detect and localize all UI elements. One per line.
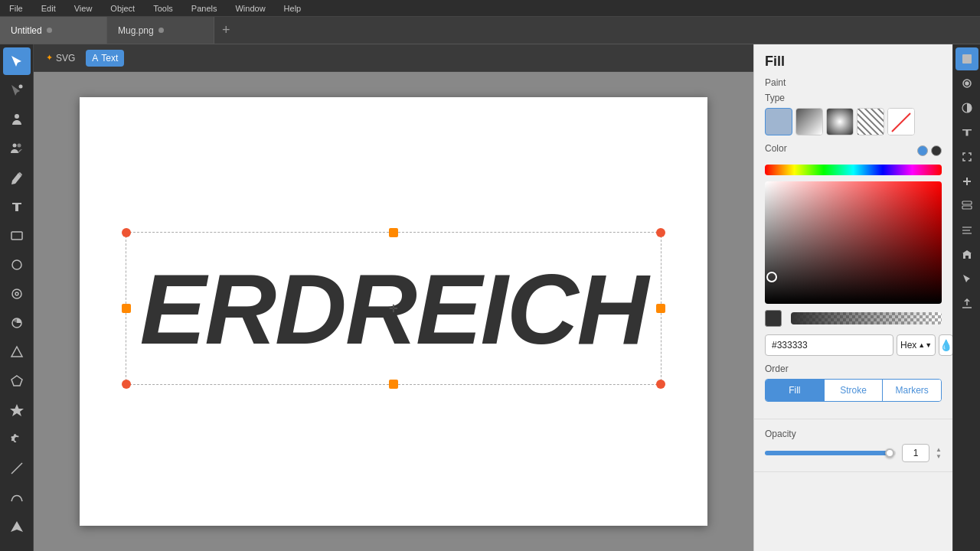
handle-middle-left[interactable] — [122, 304, 131, 313]
svg-rect-20 — [962, 206, 972, 209]
svg-button[interactable]: ✦ SVG — [40, 50, 81, 67]
svg-point-6 — [12, 289, 21, 298]
tool-line[interactable] — [3, 455, 31, 482]
handle-top-left[interactable] — [122, 228, 131, 237]
alpha-swatch — [765, 310, 782, 327]
handle-top-middle[interactable] — [389, 228, 398, 237]
handle-middle-right[interactable] — [656, 304, 665, 313]
opacity-row: 1 ▲ ▼ — [765, 444, 942, 462]
menu-edit[interactable]: Edit — [38, 2, 59, 15]
canvas-area[interactable]: ERDREICH ✛ — [34, 72, 753, 551]
tool-gear[interactable] — [3, 425, 31, 453]
far-pointer-button[interactable] — [956, 268, 978, 291]
paint-radial-button[interactable] — [826, 108, 854, 135]
far-landmark-button[interactable] — [956, 243, 978, 266]
menu-window[interactable]: Window — [232, 2, 268, 15]
order-tab-stroke[interactable]: Stroke — [825, 380, 884, 401]
tool-selector[interactable] — [3, 47, 31, 75]
opacity-slider-thumb[interactable] — [885, 448, 894, 458]
svg-point-17 — [965, 82, 969, 85]
color-dot-dark[interactable] — [931, 145, 942, 156]
far-fill-button[interactable] — [956, 47, 978, 70]
tool-star[interactable] — [3, 396, 31, 424]
tool-pentagon[interactable] — [3, 367, 31, 395]
tool-node-selector[interactable] — [3, 77, 31, 104]
svg-point-1 — [15, 114, 19, 119]
opacity-slider-track[interactable] — [765, 451, 896, 455]
far-expand-button[interactable] — [956, 145, 978, 168]
tool-circle[interactable] — [3, 251, 31, 279]
opacity-label: Opacity — [765, 429, 942, 439]
paint-linear-button[interactable] — [795, 108, 823, 135]
menu-file[interactable]: File — [6, 2, 26, 15]
tab-untitled-label: Untitled — [11, 25, 42, 36]
far-export-button[interactable] — [956, 292, 978, 315]
order-tab-fill[interactable]: Fill — [766, 380, 825, 401]
tool-pie[interactable] — [3, 309, 31, 337]
tool-text[interactable] — [3, 193, 31, 220]
svg-point-7 — [15, 292, 18, 295]
canvas-inner: ERDREICH ✛ — [80, 97, 707, 526]
menu-object[interactable]: Object — [107, 2, 138, 15]
tool-arrow[interactable] — [3, 513, 31, 540]
text-button[interactable]: A Text — [86, 50, 124, 67]
svg-rect-15 — [962, 54, 972, 64]
paint-none-button[interactable] — [887, 108, 915, 135]
far-text-style-button[interactable] — [956, 121, 978, 144]
tool-pen-curve[interactable] — [3, 484, 31, 511]
far-stroke-button[interactable] — [956, 72, 978, 95]
menu-panels[interactable]: Panels — [188, 2, 220, 15]
handle-bottom-middle[interactable] — [389, 380, 398, 389]
color-picker-handle[interactable] — [766, 272, 777, 282]
tool-rect[interactable] — [3, 222, 31, 249]
text-icon: A — [92, 53, 98, 64]
opacity-up[interactable]: ▲ — [936, 447, 942, 453]
hex-type-chevron: ▲▼ — [918, 341, 932, 349]
paint-flat-button[interactable] — [765, 108, 792, 135]
handle-top-right[interactable] — [656, 228, 665, 237]
tool-star-circle[interactable] — [3, 280, 31, 308]
far-align-button[interactable] — [956, 219, 978, 242]
tab-add-button[interactable]: + — [214, 17, 238, 44]
fill-title: Fill — [765, 54, 942, 70]
type-label: Type — [765, 93, 942, 103]
svg-marker-14 — [11, 521, 23, 532]
menu-view[interactable]: View — [71, 2, 96, 15]
menu-tools[interactable]: Tools — [150, 2, 176, 15]
opacity-stepper[interactable]: ▲ ▼ — [936, 447, 942, 460]
svg-rect-4 — [11, 232, 22, 240]
alpha-row — [765, 310, 942, 327]
tool-triangle[interactable] — [3, 338, 31, 366]
color-label: Color — [765, 143, 787, 154]
svg-point-5 — [12, 260, 21, 269]
alpha-slider[interactable] — [791, 312, 942, 324]
tool-group-person[interactable] — [3, 135, 31, 162]
tool-pencil[interactable] — [3, 164, 31, 191]
handle-bottom-right[interactable] — [656, 380, 665, 389]
right-panel: Fill Paint Type — [753, 44, 952, 551]
color-dot-blue[interactable] — [917, 145, 928, 156]
hex-input[interactable] — [765, 334, 893, 356]
spectrum-bar[interactable] — [765, 165, 942, 175]
opacity-down[interactable]: ▼ — [936, 454, 942, 460]
svg-marker-11 — [10, 404, 24, 416]
svg-point-0 — [18, 85, 22, 89]
svg-rect-19 — [962, 201, 972, 204]
far-plus-button[interactable] — [956, 170, 978, 193]
color-picker-box[interactable] — [765, 181, 942, 304]
menu-help[interactable]: Help — [281, 2, 305, 15]
paint-hatch-button[interactable] — [857, 108, 884, 135]
hex-type-select[interactable]: Hex ▲▼ — [897, 334, 936, 356]
tab-untitled[interactable]: Untitled — [0, 17, 107, 44]
far-layers-button[interactable] — [956, 194, 978, 217]
handle-bottom-left[interactable] — [122, 380, 131, 389]
tab-mug-modified — [158, 28, 164, 33]
svg-point-2 — [12, 144, 16, 148]
tool-person[interactable] — [3, 106, 31, 133]
eyedropper-button[interactable]: 💧 — [939, 334, 952, 356]
order-tab-markers[interactable]: Markers — [883, 380, 941, 401]
tab-mug[interactable]: Mug.png — [107, 17, 214, 44]
canvas-text-element[interactable]: ERDREICH — [140, 252, 648, 367]
left-toolbar — [0, 44, 34, 551]
far-contrast-button[interactable] — [956, 96, 978, 119]
